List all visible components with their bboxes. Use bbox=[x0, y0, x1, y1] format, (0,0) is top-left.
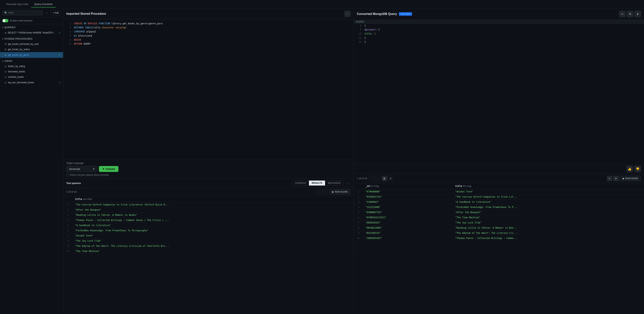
language-select-value: Javascript bbox=[69, 168, 80, 170]
col-title-header: titlevarchar bbox=[72, 196, 354, 202]
sidebar-item-q1[interactable]: ◈ SELECT * FROM books WHERE "bookOfTh...… bbox=[0, 30, 63, 36]
left-results-table: titlevarchar 1"The Concise Oxford Compan… bbox=[63, 196, 354, 254]
left-code-editor: 1 CREATE OR REPLACE FUNCTION library.get… bbox=[63, 19, 354, 159]
tab-console[interactable]: CONSOLE bbox=[292, 181, 309, 186]
thumbs-up-button[interactable]: 👍 bbox=[626, 166, 633, 172]
test-section: Test queries CONSOLE RESULTS MESSAGES ⋮⋮… bbox=[63, 179, 354, 314]
cell-title: "Reading Lolita in Tehran: A Memoir in B… bbox=[72, 213, 354, 218]
prev-page-button[interactable]: ‹ bbox=[317, 189, 322, 194]
row-number: 10 bbox=[354, 236, 362, 241]
left-panel-menu-button[interactable]: ⋯ bbox=[344, 11, 350, 17]
convert-button[interactable]: ✦ Convert bbox=[99, 166, 118, 172]
multi-selection-toggle[interactable] bbox=[2, 19, 8, 22]
grid-view-button[interactable]: ⊞ bbox=[382, 176, 387, 181]
thumbs-down-button[interactable]: 👎 bbox=[634, 166, 641, 172]
line-number: 10 bbox=[357, 32, 362, 36]
view-icon: ◎ bbox=[4, 81, 6, 84]
code-line-1: 1 CREATE OR REPLACE FUNCTION library.get… bbox=[63, 22, 354, 26]
filter-dots-button[interactable]: ⋯ bbox=[44, 11, 49, 15]
domain-objects-checkbox[interactable] bbox=[66, 174, 69, 176]
line-number: 3 bbox=[66, 30, 71, 33]
sidebar-item-v3[interactable]: ◎ overdue_books bbox=[0, 74, 63, 80]
target-language-bar: Target Language Javascript ▾ ✦ Convert R… bbox=[63, 159, 354, 179]
row-number: 2 bbox=[354, 194, 362, 200]
sidebar-item-v4[interactable]: ◎ top_ten_borrowed_books ✓ bbox=[0, 80, 63, 85]
cell-id: "9780553213515" bbox=[362, 215, 452, 220]
domain-label: Return domain objects where possible bbox=[70, 173, 109, 176]
cell-title: "The Concise Oxford Companion to Irish L… bbox=[72, 202, 354, 207]
chevron-down-icon: ▾ bbox=[93, 168, 94, 170]
cell-title: "Thomas Paine : Collected Writings : Com… bbox=[452, 236, 644, 241]
sidebar-item-v4-label: top_ten_borrowed_books bbox=[8, 81, 34, 84]
right-run-again-button[interactable]: ▶ RUN AGAIN bbox=[620, 176, 641, 181]
row-number: 3 bbox=[354, 200, 362, 205]
cell-id: "805018352" bbox=[362, 220, 452, 225]
test-tabs: CONSOLE RESULTS MESSAGES bbox=[292, 181, 344, 186]
cell-title: "The Concise Oxford Companion to Irish L… bbox=[452, 194, 644, 200]
row-number: 4 bbox=[63, 218, 72, 223]
add-button[interactable]: + Add bbox=[50, 10, 61, 15]
sidebar-search-row: 🔍 ⋯ + Add bbox=[0, 8, 63, 17]
language-select[interactable]: Javascript ▾ bbox=[66, 166, 97, 172]
sidebar-item-v2[interactable]: ◎ borrowed_books bbox=[0, 69, 63, 74]
convert-button-label: Convert bbox=[106, 168, 115, 170]
code-content: RETURNS TABLE(title character varying) bbox=[74, 26, 127, 29]
right-results-area: _idString titleString 1"679640886""Anima… bbox=[354, 183, 644, 314]
collapse-button[interactable]: ▾ bbox=[613, 176, 619, 181]
tab-messages[interactable]: MESSAGES bbox=[325, 181, 344, 186]
section-stored-procedures[interactable]: ▾ Stored procedures bbox=[0, 36, 63, 41]
row-number: 10 bbox=[63, 249, 72, 254]
code-content: { bbox=[364, 24, 366, 27]
row-number: 8 bbox=[354, 225, 362, 231]
list-view-button[interactable]: ☰ bbox=[388, 176, 393, 181]
right-panel: Converted MongoDB Query PREVIEW ✏ ⧉ ⬇ Mo… bbox=[354, 8, 644, 314]
code-line-6: 6 RETURN QUERY bbox=[63, 42, 354, 46]
test-queries-title: Test queries bbox=[66, 182, 81, 185]
sidebar-item-sp3[interactable]: ⊞ get_books_by_genre ✓ bbox=[0, 52, 63, 58]
right-code-editor: 8 { 9 $project: { 10 title: 1 11 bbox=[354, 24, 644, 164]
table-row: 2"019285271X""The Concise Oxford Compani… bbox=[354, 194, 644, 200]
section-views-label: Views bbox=[4, 60, 12, 62]
table-row: 10"1883925347""Thomas Paine : Collected … bbox=[354, 236, 644, 241]
section-queries[interactable]: ▾ Queries bbox=[0, 24, 63, 30]
tab-generate-app-code[interactable]: Generate App Code bbox=[3, 1, 31, 7]
sidebar-item-sp2[interactable]: ⊞ get_books_by_author bbox=[0, 47, 63, 52]
tab-results[interactable]: RESULTS bbox=[309, 181, 325, 186]
sidebar-item-q1-label: SELECT * FROM books WHERE "bookOfTh... bbox=[8, 31, 55, 34]
sidebar-item-sp1[interactable]: ⊞ get_books_borrowed_by_user bbox=[0, 41, 63, 47]
tab-query-converter[interactable]: Query Converter bbox=[31, 1, 56, 7]
download-button[interactable]: ⬇ bbox=[634, 11, 641, 17]
right-next-page-button[interactable]: › bbox=[375, 176, 380, 181]
edit-button[interactable]: ✏ bbox=[619, 11, 626, 17]
table-row: 9"842350233""The Adytum of the Heart: Th… bbox=[354, 231, 644, 236]
cell-title: "The Joy Luck Club" bbox=[452, 220, 644, 225]
table-row: 6"9780553213515""The Time Machine" bbox=[354, 215, 644, 220]
sidebar-item-sp3-label: get_books_by_genre bbox=[8, 54, 29, 56]
cell-id: "842350233" bbox=[362, 231, 452, 236]
table-row: 3"23960507""A handbook to literature" bbox=[354, 200, 644, 205]
table-row: 10"The Time Machine" bbox=[63, 249, 354, 254]
section-dots[interactable]: ⋮⋮ bbox=[346, 182, 350, 185]
code-content: LANGUAGE plpgsql bbox=[74, 30, 96, 33]
copy-button[interactable]: ⧉ bbox=[627, 11, 633, 17]
cell-title: "A handbook to literature" bbox=[452, 200, 644, 205]
check-icon: ✓ bbox=[58, 31, 61, 34]
next-page-button[interactable]: › bbox=[323, 189, 328, 194]
code-content: } bbox=[364, 36, 366, 40]
table-row: 4"312221096""Forbidden Knowledge: From P… bbox=[354, 205, 644, 210]
line-number: 2 bbox=[66, 26, 71, 29]
section-views[interactable]: ▾ Views bbox=[0, 58, 63, 63]
sidebar-item-v1[interactable]: ◎ books_by_rating bbox=[0, 63, 63, 69]
table-row: 7"805018352""The Joy Luck Club" bbox=[354, 220, 644, 225]
main-layout: 🔍 ⋯ + Add Enable multi-selection ▾ Queri… bbox=[0, 8, 644, 314]
left-panel: Imported Stored Procedure ⋯ 1 CREATE OR … bbox=[63, 8, 354, 314]
expand-button[interactable]: ⤢ bbox=[607, 176, 612, 181]
search-input[interactable] bbox=[8, 11, 41, 14]
row-number: 9 bbox=[63, 244, 72, 249]
line-number: 1 bbox=[66, 22, 71, 25]
row-number: 6 bbox=[63, 228, 72, 233]
right-row-num-header bbox=[354, 183, 362, 189]
right-prev-page-button[interactable]: ‹ bbox=[369, 176, 374, 181]
left-run-again-button[interactable]: ▶ RUN AGAIN bbox=[329, 189, 350, 195]
section-stored-procedures-label: Stored procedures bbox=[4, 37, 32, 40]
